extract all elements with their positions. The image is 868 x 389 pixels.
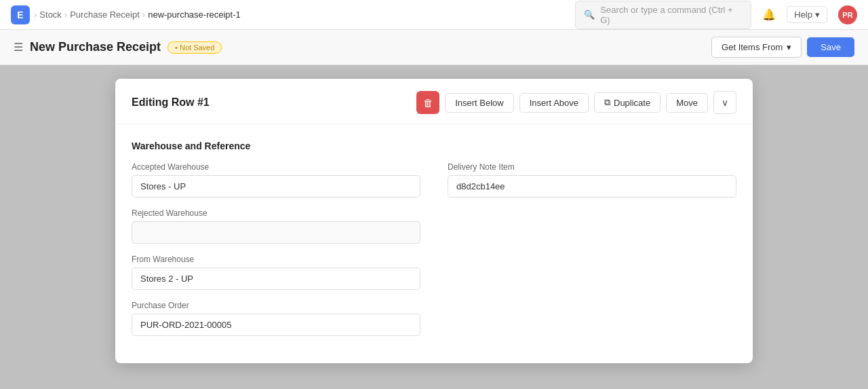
notification-bell-icon[interactable]: 🔔 [762,8,776,21]
rejected-warehouse-group: Rejected Warehouse [132,208,420,244]
dialog-actions: 🗑 Insert Below Insert Above ⧉ Duplicate … [416,91,736,114]
delivery-note-item-group: Delivery Note Item [448,162,736,198]
from-warehouse-label: From Warehouse [132,255,420,264]
from-warehouse-group: From Warehouse [132,255,420,290]
page-header: ☰ New Purchase Receipt • Not Saved Get I… [0,30,868,65]
duplicate-icon: ⧉ [604,97,610,108]
dialog-body: Warehouse and Reference Accepted Warehou… [115,124,753,363]
topbar-right: 🔍 Search or type a command (Ctrl + G) 🔔 … [575,1,857,29]
help-label: Help [794,10,812,20]
breadcrumb-purchase-receipt[interactable]: Purchase Receipt [70,10,140,20]
purchase-order-input[interactable] [132,314,420,336]
breadcrumb-current: new-purchase-receipt-1 [148,10,241,20]
rejected-warehouse-input[interactable] [132,221,420,244]
trash-icon: 🗑 [423,97,433,109]
dialog-header: Editing Row #1 🗑 Insert Below Insert Abo… [115,79,753,124]
get-items-label: Get Items From [722,42,783,52]
insert-above-button[interactable]: Insert Above [519,93,589,113]
page-title: New Purchase Receipt [30,40,161,54]
avatar[interactable]: PR [838,5,857,24]
search-placeholder: Search or type a command (Ctrl + G) [600,5,743,25]
search-bar[interactable]: 🔍 Search or type a command (Ctrl + G) [575,1,751,29]
topbar-left: E › Stock › Purchase Receipt › new-purch… [11,5,241,24]
help-button[interactable]: Help ▾ [787,6,827,23]
accepted-warehouse-input[interactable] [132,175,420,198]
editing-row-dialog: Editing Row #1 🗑 Insert Below Insert Abo… [115,79,753,363]
left-column: Accepted Warehouse Rejected Warehouse Fr… [132,162,420,347]
breadcrumb-stock[interactable]: Stock [39,10,62,20]
delivery-note-item-label: Delivery Note Item [448,162,736,172]
from-warehouse-input[interactable] [132,267,420,290]
breadcrumb-sep-1: › [64,10,67,20]
breadcrumb-sep-2: › [142,10,145,20]
delivery-note-item-input[interactable] [448,175,736,198]
page-header-left: ☰ New Purchase Receipt • Not Saved [14,40,222,54]
rejected-warehouse-label: Rejected Warehouse [132,208,420,218]
breadcrumb: › Stock › Purchase Receipt › new-purchas… [34,10,241,20]
collapse-button[interactable]: ∨ [713,91,736,114]
search-icon: 🔍 [584,10,595,20]
breadcrumb-sep-0: › [34,10,37,20]
right-column: Delivery Note Item [448,162,736,347]
save-button[interactable]: Save [807,37,854,57]
move-button[interactable]: Move [666,93,708,113]
purchase-order-label: Purchase Order [132,301,420,310]
dialog-title: Editing Row #1 [132,96,210,109]
accepted-warehouse-label: Accepted Warehouse [132,162,420,172]
duplicate-label: Duplicate [614,98,650,108]
accepted-warehouse-group: Accepted Warehouse [132,162,420,198]
not-saved-badge: • Not Saved [167,41,222,54]
delete-row-button[interactable]: 🗑 [416,91,439,114]
purchase-order-group: Purchase Order [132,301,420,336]
get-items-chevron-icon: ▾ [787,42,791,52]
page-header-right: Get Items From ▾ Save [711,37,854,58]
app-logo: E [11,5,30,24]
hamburger-icon[interactable]: ☰ [14,41,23,54]
topbar: E › Stock › Purchase Receipt › new-purch… [0,0,868,30]
help-chevron-icon: ▾ [815,10,820,20]
dialog-body-scroll: Warehouse and Reference Accepted Warehou… [115,124,753,363]
form-grid: Accepted Warehouse Rejected Warehouse Fr… [132,162,736,347]
insert-below-button[interactable]: Insert Below [445,93,514,113]
section-title: Warehouse and Reference [132,141,736,151]
chevron-down-icon: ∨ [722,97,728,108]
duplicate-button[interactable]: ⧉ Duplicate [594,92,660,113]
get-items-button[interactable]: Get Items From ▾ [711,37,802,58]
main-area: Editing Row #1 🗑 Insert Below Insert Abo… [0,65,868,389]
